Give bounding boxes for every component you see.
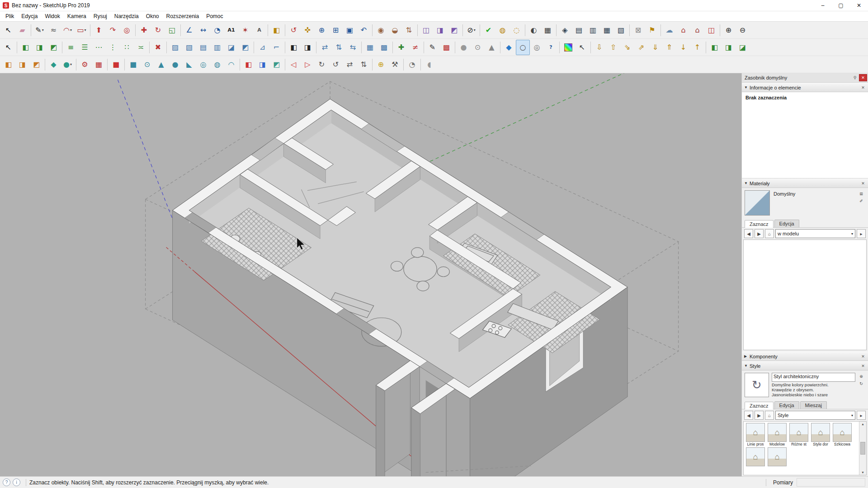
zoom-window-tool-icon[interactable]: ⊞ bbox=[329, 23, 343, 38]
sphere-plus-icon[interactable]: ⊕ bbox=[374, 57, 388, 72]
export-ifc-icon[interactable]: ↑ bbox=[690, 40, 704, 55]
center-align-icon[interactable]: ≍ bbox=[134, 40, 148, 55]
primitive-dome-icon[interactable]: ◠ bbox=[224, 57, 238, 72]
stamp-icon[interactable]: ◖ bbox=[422, 57, 436, 72]
scrollbar-thumb[interactable] bbox=[860, 442, 865, 455]
scroll-down-icon[interactable]: ▼ bbox=[861, 470, 864, 475]
add-guide-icon[interactable]: ✚ bbox=[394, 40, 408, 55]
push-pull-tool-icon[interactable]: ⬆ bbox=[92, 23, 106, 38]
details-icon[interactable]: ▸ bbox=[857, 229, 866, 238]
help-icon[interactable]: ? bbox=[544, 40, 558, 55]
array-copy-icon[interactable]: ⇅ bbox=[332, 40, 346, 55]
component-options-icon[interactable]: ◨ bbox=[33, 40, 47, 55]
details-icon[interactable]: ▸ bbox=[857, 411, 866, 420]
primitive-cone-icon[interactable]: ▲ bbox=[154, 57, 168, 72]
materials-collection-dropdown[interactable]: w modelu▾ bbox=[775, 229, 855, 238]
import-dwg-icon[interactable]: ⇓ bbox=[648, 40, 662, 55]
eraser-tool-icon[interactable]: ▰ bbox=[15, 23, 29, 38]
front-view-icon[interactable]: ▥ bbox=[586, 23, 600, 38]
3d-viewport[interactable] bbox=[0, 73, 741, 476]
select-tool-icon[interactable]: ↖ bbox=[1, 23, 15, 38]
collapse-arrow-icon[interactable]: ▼ bbox=[744, 364, 750, 368]
fog-toggle-icon[interactable]: ☁ bbox=[662, 23, 676, 38]
minimize-button[interactable]: – bbox=[814, 0, 832, 11]
rotate-tool-icon[interactable]: ↻ bbox=[151, 23, 165, 38]
home-icon[interactable]: ⌂ bbox=[765, 411, 774, 420]
stop-icon[interactable]: ■ bbox=[109, 57, 123, 72]
table-icon[interactable]: ▦ bbox=[363, 40, 377, 55]
measurements-input[interactable] bbox=[797, 478, 865, 487]
materials-list[interactable] bbox=[743, 239, 867, 350]
style-preview[interactable]: ↻ bbox=[745, 373, 769, 397]
remove-guide-icon[interactable]: ≠ bbox=[408, 40, 422, 55]
style-thumbnail[interactable]: ⌂Różne st bbox=[788, 423, 809, 446]
tray-close-icon[interactable]: ✕ bbox=[859, 74, 867, 81]
import-image-icon[interactable]: ⇘ bbox=[620, 40, 634, 55]
right-view-icon[interactable]: ▦ bbox=[600, 23, 614, 38]
export-image-icon[interactable]: ⇗ bbox=[634, 40, 648, 55]
menu-edycja[interactable]: Edycja bbox=[18, 12, 41, 20]
shadow-settings-icon[interactable]: ▦ bbox=[541, 23, 555, 38]
material-replace-icon[interactable]: ▩ bbox=[439, 40, 453, 55]
skew-grid-icon[interactable]: ▨ bbox=[168, 40, 182, 55]
orbit-tool-icon[interactable]: ↺ bbox=[287, 23, 301, 38]
maximize-button[interactable]: ▢ bbox=[832, 0, 850, 11]
section-header-styles[interactable]: ▼ Style ✕ bbox=[742, 361, 868, 371]
align-horizontal-icon[interactable]: ≡ bbox=[64, 40, 78, 55]
paint-bucket-tool-icon[interactable]: ◧ bbox=[269, 23, 283, 38]
close-button[interactable]: ✕ bbox=[850, 0, 868, 11]
menu-rozszerzenia[interactable]: Rozszerzenia bbox=[162, 12, 203, 20]
primitive-torus-icon[interactable]: ◎ bbox=[196, 57, 210, 72]
contrast-icon[interactable]: ◧ bbox=[287, 40, 301, 55]
tab-zaznacz[interactable]: Zaznacz bbox=[745, 402, 774, 409]
pan-tool-icon[interactable]: ✜ bbox=[301, 23, 315, 38]
paint-red-icon[interactable]: ◧ bbox=[241, 57, 255, 72]
top-view-icon[interactable]: ▤ bbox=[572, 23, 586, 38]
cursor-plus-icon[interactable]: ↖ bbox=[575, 40, 589, 55]
color-palette-icon[interactable] bbox=[561, 40, 575, 55]
help-status-icon[interactable]: ? bbox=[3, 479, 10, 486]
style-thumbnail[interactable]: ⌂Szkicowa bbox=[832, 423, 853, 446]
volume-icon[interactable]: ◎ bbox=[530, 40, 544, 55]
tab-mieszaj[interactable]: Mieszaj bbox=[800, 401, 827, 409]
position-camera-tool-icon[interactable]: ◉ bbox=[374, 23, 388, 38]
dropdown-arrow-icon[interactable]: ▾ bbox=[70, 62, 72, 66]
pin-icon[interactable]: ⚲ bbox=[851, 74, 859, 81]
expand-arrow-icon[interactable]: ▶ bbox=[744, 354, 750, 358]
extension-warehouse-icon[interactable]: ⌂ bbox=[690, 23, 704, 38]
protractor-tool-icon[interactable]: ◔ bbox=[210, 23, 224, 38]
tab-zaznacz[interactable]: Zaznacz bbox=[745, 220, 774, 228]
menu-widok[interactable]: Widok bbox=[41, 12, 63, 20]
zoom-in-icon[interactable]: ⊕ bbox=[722, 23, 736, 38]
dimension-tool-icon[interactable]: ↔ bbox=[196, 23, 210, 38]
path-copy-icon[interactable]: ⇆ bbox=[346, 40, 360, 55]
menu-narzędzia[interactable]: Narzędzia bbox=[111, 12, 142, 20]
zoom-out-icon[interactable]: ⊖ bbox=[736, 23, 750, 38]
lock-icon[interactable]: ⊠ bbox=[631, 23, 645, 38]
arc-tool-icon[interactable]: ◠▾ bbox=[61, 23, 75, 38]
flip-right-icon[interactable]: ▷ bbox=[301, 57, 315, 72]
paint-sample-icon[interactable]: ✐ bbox=[857, 197, 865, 205]
shape-teal-2-icon[interactable]: ●▾ bbox=[61, 57, 75, 72]
material-preview[interactable] bbox=[745, 190, 770, 216]
section-display-toggle-icon[interactable]: ◨ bbox=[433, 23, 447, 38]
offset-tool-icon[interactable]: ◎ bbox=[120, 23, 134, 38]
soften-edges-icon[interactable]: ○ bbox=[516, 40, 530, 55]
move-copy-icon[interactable]: ⇄ bbox=[318, 40, 332, 55]
check-icon[interactable]: ✔ bbox=[481, 23, 495, 38]
group-close-icon[interactable]: ◪ bbox=[736, 40, 750, 55]
make-component-icon[interactable]: ◧ bbox=[19, 40, 33, 55]
rectangle-tool-icon[interactable]: ▭▾ bbox=[75, 23, 89, 38]
dropdown-arrow-icon[interactable]: ▾ bbox=[70, 28, 72, 32]
divide-grid-icon[interactable]: ▥ bbox=[210, 40, 224, 55]
hammer-icon[interactable]: ⚒ bbox=[388, 57, 402, 72]
dropdown-arrow-icon[interactable]: ▾ bbox=[42, 28, 44, 32]
group-edit-icon[interactable]: ◨ bbox=[722, 40, 736, 55]
style-thumbnail[interactable]: ⌂ bbox=[767, 447, 788, 466]
flip-left-icon[interactable]: ◁ bbox=[287, 57, 301, 72]
paint-teal-icon[interactable]: ◩ bbox=[269, 57, 283, 72]
cylinder-shape-icon[interactable]: ⊙ bbox=[471, 40, 485, 55]
walk-tool-icon[interactable]: ⇅ bbox=[402, 23, 416, 38]
look-around-tool-icon[interactable]: ◒ bbox=[388, 23, 402, 38]
table-add-icon[interactable]: ▩ bbox=[377, 40, 391, 55]
